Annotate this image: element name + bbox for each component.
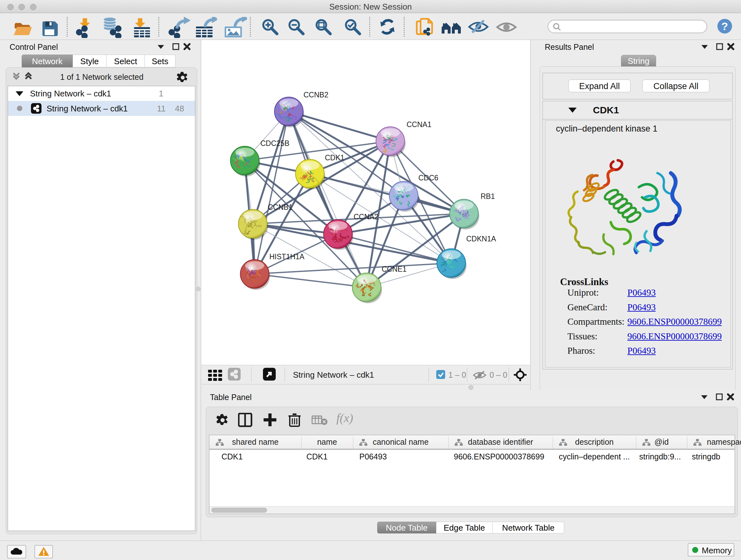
svg-text:CCNA1: CCNA1 — [407, 120, 431, 129]
svg-text:CCNA2: CCNA2 — [354, 212, 379, 221]
svg-text:HIST1H1A: HIST1H1A — [269, 253, 305, 261]
svg-text:CCNE1: CCNE1 — [382, 265, 407, 273]
svg-text:CDK1: CDK1 — [325, 153, 344, 162]
svg-text:CCNB1: CCNB1 — [268, 203, 293, 211]
svg-text:CDC6: CDC6 — [418, 174, 439, 182]
svg-text:RB1: RB1 — [481, 192, 495, 200]
svg-text:CDKN1A: CDKN1A — [466, 235, 496, 243]
svg-text:CCNB2: CCNB2 — [304, 91, 328, 99]
svg-text:CDC25B: CDC25B — [260, 139, 289, 147]
